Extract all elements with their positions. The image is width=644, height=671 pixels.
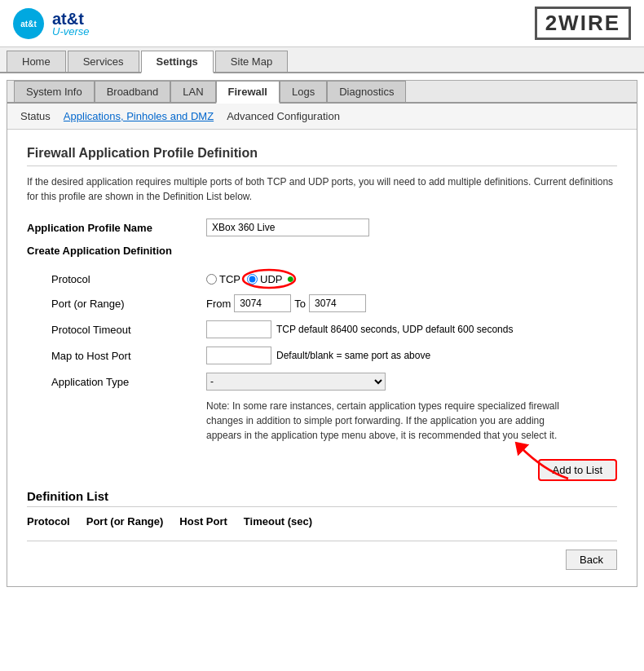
protocol-udp-option[interactable]: UDP ● (247, 271, 294, 286)
page-header: at&t at&t U-verse 2WIRE (0, 0, 644, 47)
sub-nav-broadband[interactable]: Broadband (95, 81, 171, 102)
add-to-list-button[interactable]: Add to List (538, 459, 617, 481)
map-host-port-row: Map to Host Port Default/blank = same po… (27, 347, 617, 364)
protocol-udp-radio[interactable] (247, 274, 258, 285)
create-app-def-row: Create Application Definition (27, 245, 617, 263)
port-from-label: From (206, 298, 231, 310)
nav-tab-home[interactable]: Home (7, 51, 66, 72)
protocol-timeout-label: Protocol Timeout (27, 324, 206, 336)
protocol-timeout-row: Protocol Timeout TCP default 86400 secon… (27, 320, 617, 338)
protocol-udp-label: UDP (260, 273, 282, 285)
twowire-logo: 2WIRE (535, 7, 631, 40)
app-type-select[interactable]: - Game Video Voice Other (206, 373, 386, 391)
port-range-label: Port (or Range) (27, 298, 206, 310)
back-button[interactable]: Back (566, 550, 617, 570)
protocol-label: Protocol (27, 273, 206, 285)
add-to-list-area: Add to List (27, 459, 617, 481)
protocol-group: TCP UDP ● (206, 271, 294, 286)
app-type-note: Note: In some rare instances, certain ap… (206, 399, 581, 443)
back-row: Back (27, 541, 617, 570)
create-app-def-label: Create Application Definition (27, 245, 206, 257)
protocol-udp-highlight: UDP ● (247, 271, 294, 286)
page-description: If the desired application requires mult… (27, 174, 617, 204)
page-title: Firewall Application Profile Definition (27, 146, 617, 166)
port-group: From To (206, 294, 366, 312)
protocol-timeout-input[interactable] (206, 320, 271, 338)
nav-tab-settings[interactable]: Settings (141, 51, 214, 73)
map-host-port-input[interactable] (206, 347, 271, 364)
udp-selected-indicator: ● (286, 271, 294, 286)
svg-text:at&t: at&t (20, 20, 37, 29)
fw-tab-applications[interactable]: Applications, Pinholes and DMZ (64, 110, 214, 122)
protocol-row: Protocol TCP UDP ● (27, 271, 617, 286)
def-header-port: Port (or Range) (86, 515, 164, 528)
att-logo: at&t at&t U-verse (13, 8, 90, 39)
protocol-tcp-option[interactable]: TCP (206, 273, 240, 285)
nav-tab-sitemap[interactable]: Site Map (215, 51, 288, 72)
add-to-list-row: Add to List (27, 459, 617, 481)
content-wrapper: System Info Broadband LAN Firewall Logs … (7, 80, 637, 587)
def-header-host-port: Host Port (179, 515, 227, 528)
fw-tab-advanced[interactable]: Advanced Configuration (227, 110, 340, 122)
fw-tab-status[interactable]: Status (20, 110, 51, 122)
nav-tab-services[interactable]: Services (68, 51, 139, 72)
sub-nav-sysinfo[interactable]: System Info (14, 81, 95, 102)
firewall-sub-tabs: Status Applications, Pinholes and DMZ Ad… (7, 104, 637, 130)
map-host-port-hint: Default/blank = same port as above (276, 350, 430, 361)
map-host-port-label: Map to Host Port (27, 350, 206, 362)
sub-nav-logs[interactable]: Logs (280, 81, 327, 102)
att-circle-icon: at&t (13, 8, 44, 39)
app-type-label: Application Type (27, 376, 206, 388)
sub-nav-diagnostics[interactable]: Diagnostics (327, 81, 406, 102)
def-header-timeout: Timeout (sec) (244, 515, 312, 528)
definition-list-section: Definition List Protocol Port (or Range)… (27, 489, 617, 528)
protocol-tcp-radio[interactable] (206, 274, 217, 285)
uverse-text: U-verse (52, 25, 90, 38)
port-to-label: To (294, 298, 306, 310)
app-profile-name-label: Application Profile Name (27, 222, 206, 234)
definition-list-title: Definition List (27, 489, 617, 507)
page-content: Firewall Application Profile Definition … (7, 130, 637, 586)
port-from-input[interactable] (234, 294, 291, 312)
definition-list-headers: Protocol Port (or Range) Host Port Timeo… (27, 515, 617, 528)
app-type-row: Application Type - Game Video Voice Othe… (27, 373, 617, 391)
sub-nav-firewall[interactable]: Firewall (216, 81, 280, 104)
def-header-protocol: Protocol (27, 515, 70, 528)
port-range-row: Port (or Range) From To (27, 294, 617, 312)
protocol-timeout-hint: TCP default 86400 seconds, UDP default 6… (276, 324, 513, 335)
sub-nav-lan[interactable]: LAN (170, 81, 215, 102)
app-profile-name-row: Application Profile Name (27, 219, 617, 236)
protocol-tcp-label: TCP (219, 273, 240, 285)
app-profile-name-input[interactable] (206, 219, 369, 236)
port-to-input[interactable] (309, 294, 366, 312)
sub-navigation: System Info Broadband LAN Firewall Logs … (7, 81, 637, 104)
main-navigation: Home Services Settings Site Map (0, 47, 644, 73)
